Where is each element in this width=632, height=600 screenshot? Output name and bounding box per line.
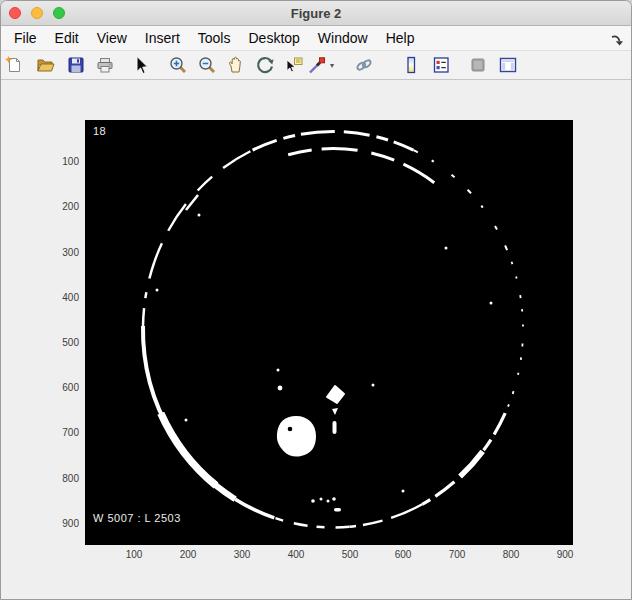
minimize-button[interactable]	[31, 7, 43, 19]
x-tick: 800	[503, 549, 520, 560]
insert-legend-icon[interactable]	[431, 55, 451, 75]
x-axis-tick-labels: 100 200 300 400 500 600 700 800 900	[1, 549, 631, 563]
y-tick: 900	[62, 518, 79, 530]
zoom-button[interactable]	[53, 7, 65, 19]
x-tick: 200	[180, 549, 197, 560]
brush-dropdown-icon[interactable]: ▾	[330, 61, 334, 70]
x-tick: 500	[342, 549, 359, 560]
hide-plot-tools-icon[interactable]	[468, 55, 488, 75]
title-bar[interactable]: Figure 2	[1, 1, 631, 26]
menu-window[interactable]: Window	[309, 26, 377, 50]
y-tick: 700	[62, 427, 79, 439]
menu-tools[interactable]: Tools	[189, 26, 240, 50]
data-cursor-icon[interactable]	[284, 55, 304, 75]
open-file-icon[interactable]	[35, 55, 55, 75]
y-tick: 300	[62, 247, 79, 259]
frame-number-label: 18	[93, 125, 106, 137]
x-tick: 100	[126, 549, 143, 560]
window-level-label: W 5007 : L 2503	[93, 512, 181, 524]
x-tick: 900	[557, 549, 574, 560]
x-tick: 700	[449, 549, 466, 560]
y-tick: 600	[62, 382, 79, 394]
print-figure-icon[interactable]	[95, 55, 115, 75]
close-button[interactable]	[9, 7, 21, 19]
pointer-cursor-icon[interactable]	[131, 55, 151, 75]
pan-hand-icon[interactable]	[226, 55, 246, 75]
menu-edit[interactable]: Edit	[46, 26, 88, 50]
binary-ct-svg: 18 W 5007 : L 2503	[85, 120, 573, 545]
menu-desktop[interactable]: Desktop	[239, 26, 308, 50]
link-plot-icon[interactable]	[354, 55, 374, 75]
figure-toolbar: ▾	[1, 51, 631, 80]
brush-data-icon[interactable]	[307, 55, 327, 75]
insert-colorbar-icon[interactable]	[401, 55, 421, 75]
new-figure-icon[interactable]	[4, 55, 24, 75]
menu-help[interactable]: Help	[377, 26, 424, 50]
menu-insert[interactable]: Insert	[136, 26, 189, 50]
y-tick: 800	[62, 473, 79, 485]
traffic-lights	[9, 1, 65, 25]
rotate-3d-icon[interactable]	[255, 55, 275, 75]
window-title: Figure 2	[291, 6, 342, 21]
menu-bar: File Edit View Insert Tools Desktop Wind…	[1, 26, 631, 51]
y-axis-tick-labels: 100 200 300 400 500 600 700 800 900	[41, 80, 81, 545]
y-tick: 200	[62, 201, 79, 213]
y-tick: 400	[62, 292, 79, 304]
y-tick: 500	[62, 337, 79, 349]
x-tick: 600	[395, 549, 412, 560]
x-tick: 400	[288, 549, 305, 560]
menu-file[interactable]: File	[5, 26, 46, 50]
figure-canvas: 100 200 300 400 500 600 700 800 900 100 …	[1, 80, 631, 600]
binary-ct-image: 18 W 5007 : L 2503	[85, 120, 573, 545]
menu-view[interactable]: View	[88, 26, 136, 50]
show-plot-tools-icon[interactable]	[498, 55, 518, 75]
dock-figure-icon[interactable]	[609, 31, 625, 47]
matlab-figure-window: Figure 2 File Edit View Insert Tools Des…	[0, 0, 632, 600]
y-tick: 100	[62, 156, 79, 168]
x-tick: 300	[234, 549, 251, 560]
save-figure-icon[interactable]	[66, 55, 86, 75]
zoom-out-icon[interactable]	[197, 55, 217, 75]
zoom-in-icon[interactable]	[168, 55, 188, 75]
